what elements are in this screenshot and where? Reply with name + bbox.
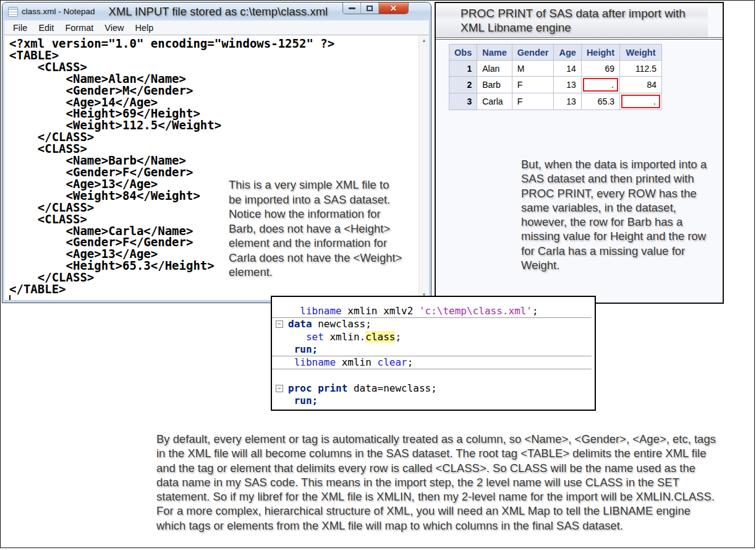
table-cell: 2 (449, 77, 477, 93)
sas-code-box[interactable]: libname xmlin xmlv2 'c:\temp\class.xml';… (271, 296, 596, 411)
text-cursor (9, 295, 11, 300)
xml-file-note-line: element. (229, 265, 434, 280)
menubar: File Edit Format View Help (4, 20, 429, 35)
code-token: ; (312, 343, 318, 355)
column-header: Weight (619, 45, 661, 61)
xml-file-note-line: This is a very simple XML file to (229, 178, 434, 192)
maximize-button[interactable] (361, 2, 379, 14)
table-cell: 3 (449, 93, 477, 110)
panel-note-line: same variables, in the dataset, (521, 200, 731, 215)
page-canvas: class.xml - Notepad XML INPUT file store… (0, 0, 755, 548)
menu-item-file[interactable]: File (7, 23, 33, 33)
code-token: libname (294, 356, 336, 368)
code-token: run (294, 343, 312, 355)
table-cell: 69 (581, 61, 619, 77)
code-token (288, 356, 294, 368)
table-cell: F (512, 77, 554, 93)
code-token: clear (378, 356, 407, 368)
bottom-paragraph-line: which tags or elements from the XML file… (156, 518, 753, 533)
column-header: Obs (449, 45, 477, 61)
bottom-paragraph-line: For a more complex, hierarchical structu… (156, 504, 753, 518)
panel-header: PROC PRINT of SAS data after import with… (436, 3, 708, 37)
missing-value-highlight: . (621, 95, 660, 108)
code-line: libname xmlin xmlv2 'c:\temp\class.xml'; (272, 305, 592, 318)
bottom-paragraph-line: By default, every element or tag is auto… (156, 432, 753, 446)
code-token (288, 331, 306, 343)
sas-code: libname xmlin xmlv2 'c:\temp\class.xml';… (272, 297, 595, 407)
bottom-paragraph: By default, every element or tag is auto… (156, 432, 753, 533)
minimize-button[interactable] (343, 2, 361, 14)
code-line: −proc print data=newclass; (272, 382, 595, 395)
notepad-titlebar[interactable]: class.xml - Notepad XML INPUT file store… (2, 2, 431, 20)
code-token: newclass; (312, 318, 372, 330)
maximize-icon (367, 6, 373, 11)
menu-item-edit[interactable]: Edit (33, 23, 59, 33)
close-button[interactable]: ✕ (379, 2, 408, 14)
panel-note-line: But, when the data is imported into a (521, 157, 731, 171)
bottom-paragraph-line: data name in my SAS code. This means in … (156, 475, 753, 489)
code-token: class (365, 331, 395, 343)
code-token: set (306, 331, 324, 343)
bottom-paragraph-line: in the XML file will all become columns … (156, 446, 753, 460)
code-token (288, 343, 294, 355)
minimize-icon (349, 7, 355, 9)
xml-code-line: <?xml version="1.0" encoding="windows-12… (9, 38, 417, 49)
column-header: Name (477, 45, 512, 61)
code-token: ; (312, 395, 318, 406)
xml-file-note-line: Barb, does not have a <Height> (229, 221, 434, 236)
table-row: 3CarlaF1365.3. (449, 93, 662, 110)
bottom-paragraph-line: and the tag or element that delimits eve… (156, 461, 753, 475)
titlebar-annotation: XML INPUT file stored as c:\temp\class.x… (109, 5, 328, 19)
code-line: libname xmlin clear; (272, 356, 592, 369)
table-cell: M (512, 61, 554, 77)
sas-print-table: ObsNameGenderAgeHeightWeight1AlanM146911… (449, 44, 662, 110)
code-line: run; (272, 395, 595, 407)
panel-note-line: PROC PRINT, every ROW has the (521, 186, 731, 200)
code-token: ; (395, 331, 401, 343)
code-line: run; (272, 343, 592, 356)
menu-item-view[interactable]: View (99, 23, 129, 33)
column-header: Gender (512, 45, 554, 61)
table-cell: 65.3 (581, 93, 619, 110)
table-cell: 13 (554, 93, 581, 110)
fold-collapse-icon[interactable]: − (276, 385, 283, 392)
close-icon: ✕ (390, 4, 397, 13)
xml-code-line: <CLASS> (9, 61, 417, 73)
code-token: data (288, 318, 312, 330)
table-cell: F (512, 93, 554, 110)
window-controls: ✕ (342, 2, 409, 14)
xml-code-line: <TABLE> (9, 49, 417, 61)
fold-collapse-icon[interactable]: − (276, 320, 283, 328)
table-cell: 14 (554, 61, 581, 77)
menu-item-format[interactable]: Format (59, 23, 99, 33)
panel-note-line: Weight. (521, 258, 731, 272)
xml-file-note-line: Notice how the information for (229, 207, 434, 221)
code-line (272, 369, 595, 382)
column-header: Height (581, 45, 619, 61)
code-line: −data newclass; (272, 318, 595, 330)
table-cell: 13 (554, 77, 581, 93)
missing-value-highlight: . (583, 78, 618, 92)
table-cell: 1 (449, 61, 477, 77)
panel-note-line: missing value for Height and the row (521, 229, 731, 243)
panel-note: But, when the data is imported into aSAS… (521, 157, 731, 272)
code-token: xmlin xmlv2 (342, 305, 419, 317)
code-token: libname (300, 305, 341, 317)
panel-note-line: however, the row for Barb has a (521, 215, 731, 229)
xml-code-line: <Name>Alan</Name> (9, 73, 417, 85)
table-cell: Barb (477, 77, 512, 93)
panel-note-line: SAS dataset and then printed with (521, 171, 731, 186)
panel-header-underline (436, 37, 723, 40)
table-cell: 84 (619, 77, 661, 93)
bottom-paragraph-line: statement. So if my libref for the XML f… (156, 489, 753, 504)
xml-file-note-line: be imported into a SAS dataset. (229, 192, 434, 207)
xml-file-note-line: element and the information for (229, 236, 434, 251)
panel-note-line: for Carla has a missing value for (521, 244, 731, 258)
menu-item-help[interactable]: Help (129, 23, 159, 33)
code-token: xmlin. (324, 331, 365, 343)
code-line: set xmlin.class; (272, 331, 595, 343)
table-header-row: ObsNameGenderAgeHeightWeight (449, 45, 662, 61)
scroll-up-icon[interactable]: ▲ (419, 36, 429, 45)
window-title: class.xml - Notepad (22, 7, 95, 16)
table-cell: Carla (477, 93, 512, 110)
